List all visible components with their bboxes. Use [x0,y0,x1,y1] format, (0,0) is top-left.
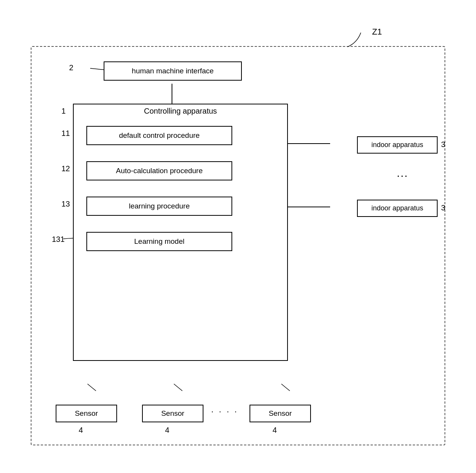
label-4b: 4 [165,426,169,435]
label-3a: 3 [441,140,445,149]
label-3b: 3 [441,203,445,212]
label-11: 11 [61,129,70,138]
auto-calculation-box: Auto-calculation procedure [86,161,232,180]
sensor-2-box: Sensor [142,405,203,422]
learning-model-box: Learning model [86,232,232,251]
label-131: 131 [52,235,64,244]
label-12: 12 [61,164,70,173]
default-control-box: default control procedure [86,126,232,145]
label-2: 2 [69,63,73,72]
sensor-3-box: Sensor [250,405,311,422]
hmi-box: human machine interface [104,61,242,81]
indoor-apparatus-2: indoor apparatus [357,200,438,217]
label-4c: 4 [273,426,277,435]
sensor-1-box: Sensor [56,405,117,422]
label-4a: 4 [79,426,83,435]
indoor-apparatus-1: indoor apparatus [357,136,438,154]
controlling-apparatus-title: Controlling apparatus [131,107,230,116]
learning-procedure-box: learning procedure [86,197,232,216]
sensor-dots: · · · · [211,407,238,417]
label-13: 13 [61,200,70,208]
label-1: 1 [61,107,66,116]
indoor-dots: ⋮ [396,171,409,182]
diagram-container: Z1 [23,23,453,453]
z1-label: Z1 [372,27,382,37]
